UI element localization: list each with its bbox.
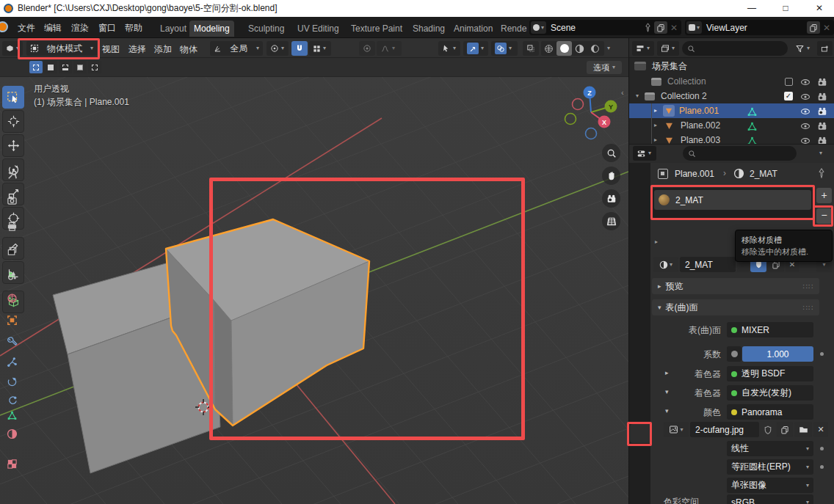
image-unlink-button[interactable]: ✕	[813, 422, 828, 437]
tab-material[interactable]	[4, 426, 19, 441]
scene-name[interactable]: Scene	[551, 23, 643, 33]
eye-icon[interactable]	[800, 106, 811, 117]
shading-solid-button[interactable]	[556, 41, 572, 56]
properties-editor-dropdown[interactable]: ▾	[633, 146, 656, 161]
camera-icon[interactable]	[817, 121, 827, 131]
gizmo-minus-z[interactable]	[586, 128, 597, 139]
projection-dropdown[interactable]: 等距圆柱(ERP)▾	[727, 459, 813, 475]
image-fake-user-button[interactable]	[761, 422, 775, 437]
scene-copy-button[interactable]	[654, 21, 667, 34]
tool-move[interactable]	[2, 134, 24, 157]
shading-dropdown-caret[interactable]: ▾	[607, 45, 610, 51]
select-mode-subtract-button[interactable]	[59, 61, 72, 73]
color-value-field[interactable]: Panorama	[727, 404, 813, 420]
proportional-editing-toggle[interactable]	[359, 41, 375, 56]
pin-icon[interactable]	[643, 23, 653, 32]
shader2-value-field[interactable]: 自发光(发射)	[727, 385, 813, 401]
tab-render[interactable]	[4, 193, 19, 208]
tab-uv-editing[interactable]: UV Editing	[293, 21, 344, 37]
camera-icon[interactable]	[817, 77, 827, 87]
menu-help[interactable]: 帮助	[125, 22, 142, 34]
browse-image-dropdown[interactable]: ▾	[664, 422, 689, 437]
falloff-dropdown[interactable]: ▾	[377, 41, 402, 56]
xray-toggle[interactable]	[523, 41, 539, 56]
scene-collection-row[interactable]: 场景集合	[629, 59, 834, 73]
overlays-dropdown[interactable]: ▾	[491, 41, 518, 56]
close-button[interactable]: ✕	[803, 0, 834, 17]
camera-view-button[interactable]	[602, 189, 620, 208]
select-mode-invert-button[interactable]	[73, 61, 87, 73]
tool-cursor[interactable]	[2, 110, 24, 133]
exclude-checkbox-checked[interactable]: ✓	[784, 92, 793, 101]
tab-texture[interactable]	[4, 456, 19, 471]
breadcrumb-object[interactable]: Plane.001	[675, 169, 714, 179]
tab-modifiers[interactable]	[4, 334, 19, 348]
viewlayer-browse-dropdown[interactable]: ▾	[686, 21, 702, 34]
properties-search-input[interactable]	[683, 146, 797, 161]
eye-icon[interactable]	[800, 77, 811, 87]
tab-sculpting[interactable]: Sculpting	[244, 21, 289, 37]
interpolation-dropdown[interactable]: 线性▾	[727, 441, 813, 456]
tab-scene[interactable]	[4, 268, 19, 282]
image-name-field[interactable]: 2-cufang.jpg	[690, 422, 759, 437]
preview-panel-header[interactable]: ▸预览 ∷∷	[652, 278, 819, 294]
tool-options-dropdown[interactable]: 选项▾	[587, 61, 622, 74]
shader1-value-field[interactable]: 透明 BSDF	[727, 366, 813, 381]
material-slot-active[interactable]: 2_MAT	[654, 190, 811, 210]
tab-tool[interactable]	[4, 167, 19, 182]
snap-target-dropdown[interactable]: ▾	[309, 41, 331, 56]
tool-select-box[interactable]	[2, 86, 24, 109]
camera-icon[interactable]	[817, 92, 827, 102]
collection-2-row[interactable]: ▾ Collection 2 ✓	[629, 89, 834, 103]
menu-view[interactable]: 视图	[102, 43, 120, 56]
zoom-button[interactable]	[602, 144, 620, 162]
snap-toggle[interactable]	[291, 41, 308, 56]
scene-browse-dropdown[interactable]: ▾	[531, 21, 546, 34]
shading-rendered-button[interactable]	[587, 41, 603, 56]
eye-icon[interactable]	[800, 92, 811, 102]
viewlayer-unlink-button[interactable]: ✕	[823, 23, 830, 33]
outliner-filter-dropdown[interactable]: ▾	[791, 41, 815, 56]
browse-material-dropdown[interactable]: ▾	[653, 257, 678, 272]
tab-layout[interactable]: Layout	[156, 21, 191, 37]
drag-handle-icon[interactable]: ∷∷	[802, 282, 813, 291]
scene-unlink-button[interactable]: ✕	[670, 23, 678, 33]
shading-material-button[interactable]	[572, 41, 587, 56]
plane-002-row[interactable]: ▸ Plane.002	[629, 118, 834, 133]
viewlayer-name[interactable]: ViewLayer	[706, 23, 805, 33]
tab-output[interactable]	[4, 219, 19, 233]
menu-edit[interactable]: 编辑	[44, 22, 62, 34]
select-mode-new-button[interactable]	[29, 61, 43, 73]
gizmo-minus-y[interactable]	[565, 114, 576, 125]
menu-object[interactable]: 物体	[180, 43, 197, 56]
properties-filter-caret[interactable]: ▾	[819, 150, 822, 156]
exclude-checkbox-unchecked[interactable]	[785, 78, 793, 86]
surface-value-field[interactable]: MIXER	[727, 322, 813, 337]
show-object-types-dropdown[interactable]: ▾	[438, 41, 460, 56]
drag-handle-icon[interactable]: ∷∷	[802, 304, 813, 312]
viewlayer-copy-button[interactable]	[807, 21, 820, 34]
pin-icon[interactable]	[816, 168, 827, 178]
menu-window[interactable]: 窗口	[98, 22, 116, 34]
tab-shading[interactable]: Shading	[408, 21, 449, 37]
factor-slider[interactable]: 1.000	[742, 346, 813, 362]
eye-icon[interactable]	[800, 121, 811, 131]
outliner-search-input[interactable]	[682, 41, 788, 56]
plane-001-row[interactable]: ▸ Plane.001	[629, 103, 834, 118]
tab-constraints[interactable]	[4, 393, 19, 408]
slot-specials-arrow[interactable]: ▸	[655, 239, 658, 245]
gizmo-minus-x[interactable]	[573, 99, 584, 110]
pivot-point-dropdown[interactable]: ▾	[266, 41, 289, 56]
pan-button[interactable]	[602, 167, 620, 185]
outliner-display-mode-dropdown[interactable]: ▾	[632, 41, 654, 56]
breadcrumb-material[interactable]: 2_MAT	[750, 169, 777, 179]
viewport-3d[interactable]: Z Y X 用户透视 (1) 场景集合 | Plane.001 ‹	[0, 77, 628, 504]
decorator-dot[interactable]	[820, 352, 824, 356]
editor-type-dropdown[interactable]: ▾	[2, 41, 23, 56]
collection-row[interactable]: Collection	[629, 74, 834, 89]
viewlayer-selector[interactable]: ▾ ViewLayer ✕	[685, 20, 834, 35]
remove-material-slot-button[interactable]: −	[816, 208, 832, 224]
shading-wireframe-button[interactable]	[541, 41, 556, 56]
tab-view-layer[interactable]	[4, 244, 19, 258]
menu-file[interactable]: 文件	[18, 22, 35, 34]
